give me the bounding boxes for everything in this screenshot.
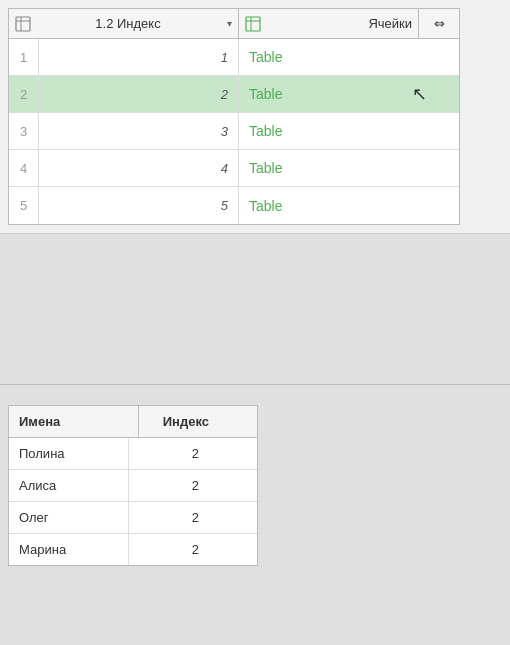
bottom-row-3[interactable]: Олег 2	[9, 502, 257, 534]
row-cell: Table	[239, 39, 419, 75]
bottom-row-4[interactable]: Марина 2	[9, 534, 257, 565]
cells-header-label: Ячейки	[368, 16, 412, 31]
index-header-label: 1.2 Индекс	[95, 16, 160, 31]
bottom-section: Имена Индекс Полина 2 Алиса 2 Олег 2 Мар…	[0, 385, 510, 574]
bottom-cell-name: Полина	[9, 438, 129, 469]
cursor-icon: ↖	[412, 83, 427, 105]
svg-rect-3	[246, 17, 260, 31]
bottom-table-header: Имена Индекс	[9, 406, 257, 438]
svg-rect-0	[16, 17, 30, 31]
table-row-2[interactable]: 2 2 Table ↖	[9, 76, 459, 113]
header-cells-cell: Ячейки	[239, 9, 419, 38]
table-row-1[interactable]: 1 1 Table	[9, 39, 459, 76]
row-num: 4	[9, 150, 39, 186]
table-row-5[interactable]: 5 5 Table	[9, 187, 459, 224]
bottom-header-names: Имена	[9, 406, 139, 437]
cells-table-icon	[245, 16, 261, 32]
row-index: 5	[39, 187, 239, 224]
row-cell: Table	[239, 113, 419, 149]
bottom-cell-index: 2	[129, 502, 209, 533]
row-num: 1	[9, 39, 39, 75]
row-cell: Table	[239, 150, 419, 186]
header-index-cell[interactable]: 1.2 Индекс ▾	[9, 9, 239, 38]
row-num: 3	[9, 113, 39, 149]
table-icon	[15, 16, 31, 32]
row-num: 5	[9, 187, 39, 224]
row-cell cursor-indicator: Table ↖	[239, 76, 419, 112]
row-index: 1	[39, 39, 239, 75]
bottom-cell-name: Олег	[9, 502, 129, 533]
header-actions-cell[interactable]: ⇔	[419, 9, 459, 38]
bottom-cell-index: 2	[129, 534, 209, 565]
bottom-cell-name: Марина	[9, 534, 129, 565]
bottom-header-index: Индекс	[139, 406, 219, 437]
bottom-row-1[interactable]: Полина 2	[9, 438, 257, 470]
bottom-row-2[interactable]: Алиса 2	[9, 470, 257, 502]
action-icon: ⇔	[434, 16, 445, 31]
bottom-cell-index: 2	[129, 470, 209, 501]
row-index: 2	[39, 76, 239, 112]
table-row-4[interactable]: 4 4 Table	[9, 150, 459, 187]
table-header: 1.2 Индекс ▾ Ячейки ⇔	[9, 9, 459, 39]
bottom-cell-name: Алиса	[9, 470, 129, 501]
row-index: 4	[39, 150, 239, 186]
table-row-3[interactable]: 3 3 Table	[9, 113, 459, 150]
row-index: 3	[39, 113, 239, 149]
table-container: 1.2 Индекс ▾ Ячейки ⇔ 1 1 T	[8, 8, 460, 225]
row-num: 2	[9, 76, 39, 112]
bottom-table: Имена Индекс Полина 2 Алиса 2 Олег 2 Мар…	[8, 405, 258, 566]
top-section: 1.2 Индекс ▾ Ячейки ⇔ 1 1 T	[0, 0, 510, 234]
dropdown-arrow-icon[interactable]: ▾	[227, 18, 232, 29]
bottom-cell-index: 2	[129, 438, 209, 469]
row-cell: Table	[239, 187, 419, 224]
